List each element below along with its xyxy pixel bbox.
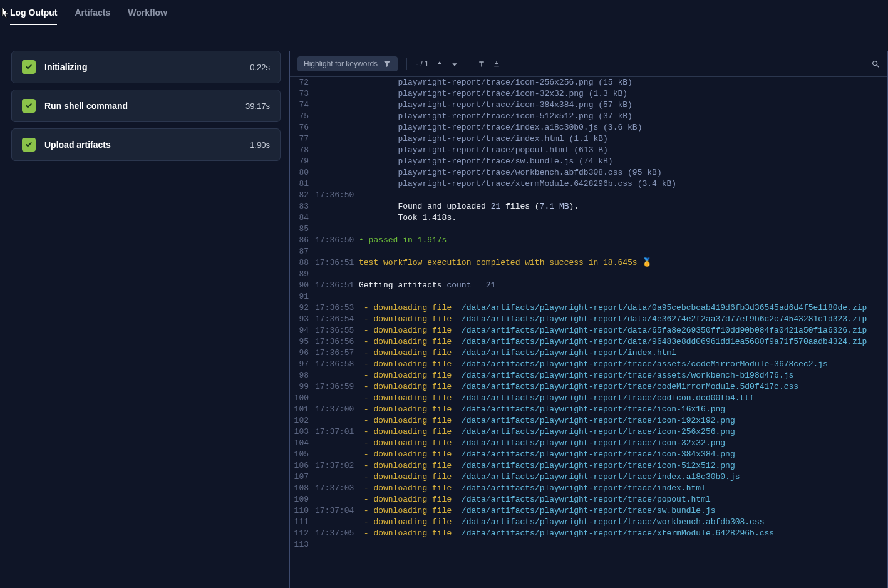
prev-match-icon[interactable] (435, 59, 444, 68)
log-content: Took 1.418s. (359, 212, 887, 224)
log-content: - downloading file /data/artifacts/playw… (359, 426, 887, 438)
log-line: 111 - downloading file /data/artifacts/p… (290, 517, 887, 528)
step-label: Upload artifacts (44, 140, 241, 150)
log-content: - downloading file /data/artifacts/playw… (359, 381, 887, 393)
timestamp: 17:36:50 (315, 235, 359, 246)
line-number: 74 (290, 100, 315, 111)
log-line: 104 - downloading file /data/artifacts/p… (290, 438, 887, 449)
log-line: 89 (290, 269, 887, 280)
step-item[interactable]: Initializing0.22s (11, 51, 281, 83)
line-number: 112 (290, 528, 315, 539)
log-line: 81 playwright-report/trace/xtermModule.6… (290, 178, 887, 190)
log-content (359, 224, 887, 235)
log-line: 10817:37:03 - downloading file /data/art… (290, 483, 887, 494)
line-number: 80 (290, 167, 315, 178)
log-content: playwright-report/trace/xtermModule.6428… (359, 178, 887, 190)
log-line: 10317:37:01 - downloading file /data/art… (290, 426, 887, 438)
success-check-icon (22, 99, 36, 113)
log-content: - downloading file /data/artifacts/playw… (359, 404, 887, 415)
highlight-keywords-button[interactable]: Highlight for keywords (297, 56, 398, 71)
timestamp (315, 393, 359, 404)
log-line: 102 - downloading file /data/artifacts/p… (290, 415, 887, 426)
timestamp: 17:37:02 (315, 460, 359, 472)
svg-point-0 (873, 61, 877, 66)
timestamp: 17:36:59 (315, 381, 359, 393)
line-number: 77 (290, 133, 315, 145)
log-line: 109 - downloading file /data/artifacts/p… (290, 494, 887, 505)
log-lines[interactable]: 72 playwright-report/trace/icon-256x256.… (290, 77, 887, 588)
log-content (359, 539, 887, 550)
log-line: 75 playwright-report/trace/icon-512x512.… (290, 111, 887, 122)
log-content: - downloading file /data/artifacts/playw… (359, 325, 887, 336)
log-line: 9717:36:58 - downloading file /data/arti… (290, 359, 887, 370)
timestamp (315, 370, 359, 381)
log-content: - downloading file /data/artifacts/playw… (359, 505, 887, 517)
log-line: 84 Took 1.418s. (290, 212, 887, 224)
log-content: playwright-report/trace/icon-384x384.png… (359, 100, 887, 111)
log-content: playwright-report/trace/icon-512x512.png… (359, 111, 887, 122)
timestamp: 17:36:53 (315, 302, 359, 314)
log-line: 72 playwright-report/trace/icon-256x256.… (290, 77, 887, 88)
log-content: playwright-report/trace/workbench.abfdb3… (359, 167, 887, 178)
filter-icon (383, 59, 391, 68)
line-number: 111 (290, 517, 315, 528)
timestamp (315, 178, 359, 190)
timestamp: 17:37:00 (315, 404, 359, 415)
log-line: 100 - downloading file /data/artifacts/p… (290, 393, 887, 404)
success-check-icon (22, 60, 36, 74)
timestamp (315, 212, 359, 224)
line-number: 104 (290, 438, 315, 449)
line-number: 73 (290, 88, 315, 100)
search-icon[interactable] (871, 59, 880, 68)
success-check-icon (22, 138, 36, 152)
line-number: 83 (290, 201, 315, 212)
tab-workflow[interactable]: Workflow (128, 8, 167, 25)
log-content: - downloading file /data/artifacts/playw… (359, 415, 887, 426)
log-line: 9617:36:57 - downloading file /data/arti… (290, 348, 887, 359)
line-number: 103 (290, 426, 315, 438)
log-content: - downloading file /data/artifacts/playw… (359, 370, 887, 381)
timestamp: 17:37:03 (315, 483, 359, 494)
line-number: 92 (290, 302, 315, 314)
step-label: Run shell command (44, 101, 237, 111)
separator (468, 58, 468, 70)
tab-artifacts[interactable]: Artifacts (75, 8, 110, 25)
line-number: 102 (290, 415, 315, 426)
log-content: - downloading file /data/artifacts/playw… (359, 336, 887, 348)
log-content: - downloading file /data/artifacts/playw… (359, 449, 887, 460)
timestamp (315, 494, 359, 505)
log-content: playwright-report/trace/index.a18c30b0.j… (359, 122, 887, 133)
line-number: 95 (290, 336, 315, 348)
line-number: 105 (290, 449, 315, 460)
line-number: 87 (290, 246, 315, 257)
download-icon[interactable] (492, 59, 501, 68)
step-list: Initializing0.22sRun shell command39.17s… (11, 51, 281, 588)
log-content: - downloading file /data/artifacts/playw… (359, 393, 887, 404)
log-line: 9217:36:53 - downloading file /data/arti… (290, 302, 887, 314)
line-number: 109 (290, 494, 315, 505)
line-number: 93 (290, 314, 315, 325)
line-number: 90 (290, 280, 315, 291)
timestamp (315, 517, 359, 528)
line-number: 89 (290, 269, 315, 280)
line-number: 101 (290, 404, 315, 415)
log-line: 74 playwright-report/trace/icon-384x384.… (290, 100, 887, 111)
timestamp (315, 156, 359, 167)
line-number: 113 (290, 539, 315, 550)
line-number: 107 (290, 472, 315, 483)
tab-log-output[interactable]: Log Output (10, 8, 57, 25)
timestamp: 17:36:57 (315, 348, 359, 359)
step-item[interactable]: Upload artifacts1.90s (11, 128, 281, 161)
line-number: 82 (290, 190, 315, 201)
log-content: - downloading file /data/artifacts/playw… (359, 494, 887, 505)
text-format-icon[interactable] (477, 59, 486, 68)
log-content: - downloading file /data/artifacts/playw… (359, 472, 887, 483)
step-item[interactable]: Run shell command39.17s (11, 90, 281, 122)
next-match-icon[interactable] (450, 59, 459, 68)
line-number: 110 (290, 505, 315, 517)
log-line: 113 (290, 539, 887, 550)
log-content: playwright-report/trace/icon-256x256.png… (359, 77, 887, 88)
log-line: 77 playwright-report/trace/index.html (1… (290, 133, 887, 145)
log-content: - downloading file /data/artifacts/playw… (359, 460, 887, 472)
log-content (359, 246, 887, 257)
